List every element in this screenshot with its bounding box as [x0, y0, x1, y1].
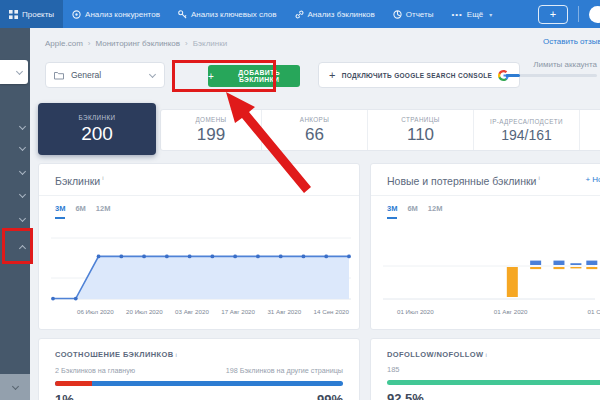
x-label: 01 Июл 2020 — [397, 308, 434, 315]
breadcrumb-row: Apple.com › Мониторинг бэклинков › Бэкли… — [30, 28, 600, 58]
card-title: Бэклинки — [55, 175, 100, 187]
folder-icon — [54, 71, 64, 80]
card-title-row: СООТНОШЕНИЕ БЭКЛИНКОВ i — [39, 339, 359, 359]
period-tabs: 3M 6M 12M — [39, 196, 359, 219]
nav-item-backlink-analysis[interactable]: Анализ бэклинков — [286, 0, 384, 28]
info-icon[interactable]: i — [176, 352, 177, 358]
folder-select[interactable]: General — [45, 62, 165, 88]
nav-label: Анализ ключевых слов — [191, 10, 277, 19]
chevron-down-icon — [20, 124, 26, 130]
chevron-down-icon — [20, 169, 26, 175]
projects-icon — [9, 10, 18, 19]
bar-chart-area: 01 Июл 2020 01 Авг 2020 01 Сен 2020 — [383, 232, 600, 315]
annotation-box-sidebar — [2, 228, 33, 264]
stat-partial[interactable]: Б 4 — [579, 110, 600, 150]
breadcrumb-section[interactable]: Мониторинг бэклинков — [95, 39, 180, 48]
annotation-box-add-button — [172, 60, 276, 92]
nav-add-project-button[interactable]: + — [538, 5, 568, 24]
card-title-row: Бэклинки i — [39, 164, 359, 196]
stat-ip-subnets[interactable]: IP-АДРЕСА/ПОДСЕТИ 194/161 — [473, 110, 579, 150]
tab-6m[interactable]: 6M — [407, 204, 417, 219]
nav-item-reports[interactable]: Отчеты — [384, 0, 443, 28]
pie-icon — [393, 10, 402, 19]
target-icon — [72, 10, 81, 19]
account-limits-label: Лимиты аккаунта — [533, 60, 597, 69]
folder-select-value: General — [71, 70, 101, 80]
new-lost-bar-chart — [383, 232, 600, 302]
sidebar-item-1[interactable] — [4, 120, 26, 134]
nav-label: Анализ бэклинков — [308, 10, 375, 19]
stat-label: IP-АДРЕСА/ПОДСЕТИ — [490, 118, 563, 125]
backlink-ratio-card: СООТНОШЕНИЕ БЭКЛИНКОВ i 2 Бэклинков на г… — [38, 338, 360, 400]
info-icon[interactable]: i — [102, 175, 103, 181]
tab-6m[interactable]: 6M — [75, 204, 85, 219]
stat-pages[interactable]: СТРАНИЦЫ 110 — [367, 110, 473, 150]
nav-item-keyword-analysis[interactable]: Анализ ключевых слов — [169, 0, 286, 28]
connect-gsc-button[interactable]: + ПОДКЛЮЧИТЬ GOOGLE SEARCH CONSOLE — [318, 62, 520, 88]
stat-value: 200 — [81, 123, 113, 145]
x-label: 01 Авг 2020 — [494, 308, 528, 315]
dofollow-percent-row: 92.5% — [371, 385, 600, 400]
x-label: 31 Авг 2020 — [267, 308, 301, 315]
key-icon — [178, 10, 187, 19]
breadcrumb-current: Бэклинки — [193, 39, 227, 48]
stat-backlinks-primary[interactable]: БЭКЛИНКИ 200 — [38, 103, 156, 155]
nav-item-projects[interactable]: Проекты — [0, 0, 63, 28]
ratio-percent-row: 1% 99% — [39, 386, 359, 400]
x-label: 14 Сен 2020 — [314, 308, 349, 315]
tab-3m[interactable]: 3M — [387, 204, 397, 219]
stat-label: АНКОРЫ — [300, 116, 329, 123]
chevron-down-icon — [150, 72, 156, 78]
stat-domains[interactable]: ДОМЕНЫ 199 — [161, 110, 261, 150]
card-title: DOFOLLOW/NOFOLLOW — [387, 350, 483, 359]
main-content: Apple.com › Мониторинг бэклинков › Бэкли… — [30, 28, 600, 400]
card-title: СООТНОШЕНИЕ БЭКЛИНКОВ — [55, 350, 174, 359]
account-limits-progressbar — [505, 74, 597, 77]
dofollow-count: 185 — [371, 359, 600, 374]
stat-value: 194/161 — [501, 127, 552, 143]
line-chart-area: 06 Июл 2020 20 Июл 2020 03 Авг 2020 17 А… — [51, 232, 351, 315]
leave-feedback-link[interactable]: Оставить отзыв — [543, 37, 600, 46]
ratio-right-percent: 99% — [317, 392, 343, 400]
breadcrumb-separator: › — [185, 39, 188, 48]
sidebar-item-5[interactable] — [4, 212, 26, 226]
info-icon[interactable]: i — [485, 352, 486, 358]
nav-divider — [578, 6, 579, 22]
nav-item-more[interactable]: ••• Ещё ▾ — [442, 0, 501, 28]
chevron-down-icon — [17, 69, 23, 75]
x-label: 20 Июл 2020 — [126, 308, 163, 315]
card-title-row: Новые и потерянные бэклинки i + Новые — [371, 164, 600, 196]
new-backlinks-link[interactable]: + Новые — [585, 175, 600, 184]
nav-item-competitor-analysis[interactable]: Анализ конкурентов — [63, 0, 169, 28]
ratio-labels: 2 Бэклинков на главную 198 Бэклинков на … — [39, 359, 359, 375]
ratio-left-percent: 1% — [55, 392, 74, 400]
tab-12m[interactable]: 12M — [96, 204, 111, 219]
backlinks-chart-card: Бэклинки i 3M 6M 12M 06 Июл 2020 20 Июл … — [38, 163, 360, 330]
sidebar-item-4[interactable] — [4, 188, 26, 202]
tab-3m[interactable]: 3M — [55, 204, 65, 219]
breadcrumb-separator: › — [88, 39, 91, 48]
x-axis-labels: 01 Июл 2020 01 Авг 2020 01 Сен 2020 — [383, 306, 600, 315]
ratio-right-label: 198 Бэклинков на другие страницы — [226, 366, 343, 375]
dofollow-percent: 92.5% — [387, 391, 424, 400]
account-limits-progress-fill — [505, 74, 520, 77]
chevron-down-icon — [20, 145, 26, 151]
nav-label: Проекты — [22, 10, 54, 19]
breadcrumb-project[interactable]: Apple.com — [45, 39, 83, 48]
stat-label: БЭКЛИНКИ — [79, 114, 116, 121]
avatar[interactable] — [589, 6, 600, 23]
sidebar-item-3[interactable] — [4, 165, 26, 179]
tab-12m[interactable]: 12M — [428, 204, 443, 219]
stat-anchors[interactable]: АНКОРЫ 66 — [261, 110, 367, 150]
x-axis-labels: 06 Июл 2020 20 Июл 2020 03 Авг 2020 17 А… — [51, 306, 351, 315]
stats-row: ДОМЕНЫ 199 АНКОРЫ 66 СТРАНИЦЫ 110 IP-АДР… — [160, 109, 600, 151]
ratio-left-label: 2 Бэклинков на главную — [55, 366, 135, 375]
sidebar-item-2[interactable] — [4, 141, 26, 155]
info-icon[interactable]: i — [538, 175, 539, 181]
sidebar-footer[interactable] — [0, 374, 30, 400]
stat-value: 110 — [407, 125, 434, 145]
more-dots-icon: ••• — [451, 10, 462, 19]
account-limits[interactable]: Лимиты аккаунта — [505, 60, 597, 77]
stat-value: 66 — [305, 125, 324, 145]
sidebar-project-dropdown[interactable] — [0, 60, 28, 84]
